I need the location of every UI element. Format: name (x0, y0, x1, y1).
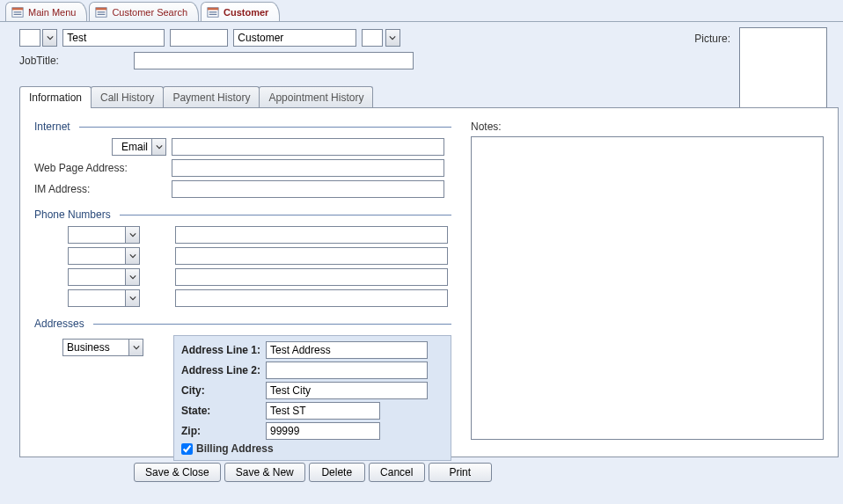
prefix-input[interactable] (19, 29, 40, 47)
suffix-input[interactable] (362, 29, 383, 47)
suffix-combo[interactable] (362, 29, 400, 47)
address-zip-row: Zip: (181, 422, 443, 440)
billing-row: Billing Address (181, 442, 443, 455)
svg-rect-1 (12, 7, 23, 10)
delete-button[interactable]: Delete (309, 463, 365, 482)
svg-rect-6 (98, 11, 106, 12)
tab-payment-history[interactable]: Payment History (163, 86, 260, 107)
tab-appointment-history[interactable]: Appointment History (259, 86, 373, 107)
email-input[interactable] (172, 138, 444, 156)
prefix-combo[interactable] (19, 29, 57, 47)
chevron-down-icon[interactable] (125, 268, 140, 286)
email-type-combo[interactable] (34, 138, 166, 156)
tab-information[interactable]: Information (19, 86, 92, 108)
phone-type-input[interactable] (68, 289, 126, 307)
svg-rect-5 (96, 7, 106, 10)
group-title-text: Addresses (34, 318, 84, 330)
address-line2-input[interactable] (266, 362, 428, 379)
chevron-down-icon[interactable] (385, 29, 400, 47)
divider (79, 127, 451, 128)
chevron-down-icon[interactable] (125, 226, 140, 244)
tab-control: Information Call History Payment History… (19, 85, 832, 457)
phone-type-input[interactable] (68, 247, 126, 265)
chevron-down-icon[interactable] (125, 289, 140, 307)
billing-checkbox[interactable] (181, 443, 193, 455)
tab-call-history[interactable]: Call History (91, 86, 164, 107)
phone-type-input[interactable] (68, 226, 126, 244)
window-tab-main-menu[interactable]: Main Menu (5, 2, 87, 21)
address-city-input[interactable] (266, 382, 428, 399)
page-body: Picture: JobTitle: Information Call Hist… (0, 21, 843, 504)
last-name-input[interactable] (233, 29, 356, 47)
svg-rect-2 (14, 11, 22, 12)
phone-type-combo[interactable] (68, 289, 140, 307)
email-type-input[interactable] (112, 138, 152, 156)
button-row: Save & Close Save & New Delete Cancel Pr… (19, 463, 832, 482)
address-type-input[interactable] (62, 339, 129, 356)
form-icon (207, 6, 219, 18)
window-tab-customer[interactable]: Customer (201, 2, 280, 21)
svg-rect-3 (14, 13, 22, 14)
tab-label: Payment History (172, 91, 250, 104)
notes-textarea[interactable] (471, 136, 824, 440)
chevron-down-icon[interactable] (42, 29, 57, 47)
address-line1-label: Address Line 1: (181, 344, 262, 356)
first-name-input[interactable] (62, 29, 165, 47)
address-block: Address Line 1: Address Line 2: City: (173, 335, 451, 461)
im-label: IM Address: (34, 183, 166, 195)
address-state-label: State: (181, 405, 262, 417)
phone-number-input[interactable] (175, 226, 448, 244)
svg-rect-10 (209, 11, 217, 12)
form-icon (11, 6, 24, 18)
phone-row-1 (34, 226, 451, 244)
window-tab-label: Customer (224, 7, 268, 18)
group-title-phone: Phone Numbers (34, 208, 451, 221)
phone-number-input[interactable] (175, 268, 448, 286)
chevron-down-icon[interactable] (128, 339, 143, 356)
address-type-combo[interactable] (62, 339, 143, 356)
group-title-addresses: Addresses (34, 318, 451, 330)
address-zip-input[interactable] (266, 422, 380, 440)
chevron-down-icon[interactable] (125, 247, 140, 265)
billing-label: Billing Address (196, 442, 274, 455)
address-line1-input[interactable] (266, 341, 428, 359)
group-internet: Internet Web Page Address: (34, 121, 451, 198)
phone-number-input[interactable] (175, 247, 448, 265)
group-title-internet: Internet (34, 121, 451, 133)
window-tab-label: Main Menu (28, 7, 76, 18)
phone-type-combo[interactable] (68, 247, 140, 265)
web-row: Web Page Address: (34, 159, 451, 177)
phone-type-combo[interactable] (68, 268, 140, 286)
group-title-text: Internet (34, 121, 70, 133)
phone-row-2 (34, 247, 451, 265)
middle-name-input[interactable] (170, 29, 228, 47)
im-row: IM Address: (34, 180, 451, 198)
tab-pane-information: Internet Web Page Address: (19, 107, 839, 457)
divider (120, 215, 451, 215)
svg-rect-11 (209, 13, 217, 14)
jobtitle-input[interactable] (134, 52, 414, 69)
phone-number-input[interactable] (175, 289, 448, 307)
print-button[interactable]: Print (429, 463, 492, 482)
im-input[interactable] (172, 180, 444, 198)
save-new-button[interactable]: Save & New (224, 463, 305, 482)
save-close-button[interactable]: Save & Close (134, 463, 221, 482)
chevron-down-icon[interactable] (151, 138, 166, 156)
divider (93, 324, 451, 325)
cancel-button[interactable]: Cancel (369, 463, 425, 482)
tab-label: Appointment History (268, 91, 363, 104)
email-row (34, 138, 451, 156)
window-tab-customer-search[interactable]: Customer Search (89, 2, 199, 21)
svg-rect-7 (98, 13, 106, 14)
address-city-row: City: (181, 382, 443, 399)
web-input[interactable] (172, 159, 444, 177)
address-city-label: City: (181, 384, 262, 397)
address-state-input[interactable] (266, 402, 380, 420)
notes-label: Notes: (471, 121, 824, 133)
address-line2-row: Address Line 2: (181, 362, 443, 379)
tab-label: Information (29, 91, 82, 104)
window-tab-label: Customer Search (112, 7, 187, 18)
phone-row-4 (34, 289, 451, 307)
phone-type-input[interactable] (68, 268, 126, 286)
phone-type-combo[interactable] (68, 226, 140, 244)
